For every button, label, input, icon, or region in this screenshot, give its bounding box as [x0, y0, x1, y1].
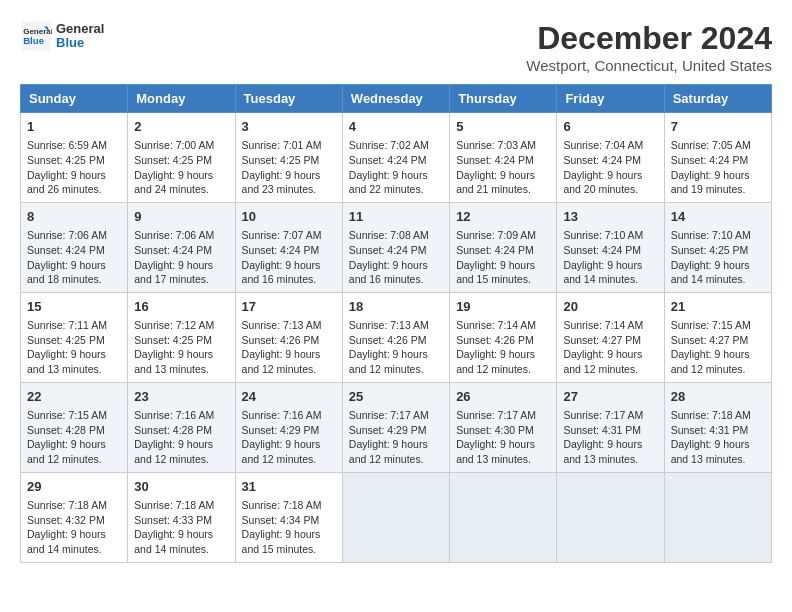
calendar-day-cell: 22Sunrise: 7:15 AMSunset: 4:28 PMDayligh…: [21, 382, 128, 472]
header-saturday: Saturday: [664, 85, 771, 113]
daylight-hours: Daylight: 9 hours and 12 minutes.: [134, 438, 213, 465]
sunrise-time: Sunrise: 7:18 AM: [27, 499, 107, 511]
day-number: 6: [563, 118, 657, 136]
day-number: 11: [349, 208, 443, 226]
calendar-day-cell: 14Sunrise: 7:10 AMSunset: 4:25 PMDayligh…: [664, 202, 771, 292]
day-number: 28: [671, 388, 765, 406]
daylight-hours: Daylight: 9 hours and 17 minutes.: [134, 259, 213, 286]
sunset-time: Sunset: 4:25 PM: [671, 244, 749, 256]
logo: General Blue General Blue: [20, 20, 104, 52]
day-number: 24: [242, 388, 336, 406]
sunrise-time: Sunrise: 7:06 AM: [134, 229, 214, 241]
daylight-hours: Daylight: 9 hours and 12 minutes.: [242, 438, 321, 465]
sunset-time: Sunset: 4:31 PM: [563, 424, 641, 436]
sunset-time: Sunset: 4:24 PM: [456, 154, 534, 166]
sunset-time: Sunset: 4:29 PM: [349, 424, 427, 436]
calendar-day-cell: 21Sunrise: 7:15 AMSunset: 4:27 PMDayligh…: [664, 292, 771, 382]
sunset-time: Sunset: 4:24 PM: [563, 154, 641, 166]
calendar-day-cell: 17Sunrise: 7:13 AMSunset: 4:26 PMDayligh…: [235, 292, 342, 382]
calendar-day-cell: 11Sunrise: 7:08 AMSunset: 4:24 PMDayligh…: [342, 202, 449, 292]
daylight-hours: Daylight: 9 hours and 18 minutes.: [27, 259, 106, 286]
sunset-time: Sunset: 4:25 PM: [27, 154, 105, 166]
location-subtitle: Westport, Connecticut, United States: [526, 57, 772, 74]
sunrise-time: Sunrise: 7:11 AM: [27, 319, 107, 331]
logo-text-blue: Blue: [56, 36, 104, 50]
sunset-time: Sunset: 4:24 PM: [671, 154, 749, 166]
day-number: 31: [242, 478, 336, 496]
daylight-hours: Daylight: 9 hours and 21 minutes.: [456, 169, 535, 196]
calendar-header-row: Sunday Monday Tuesday Wednesday Thursday…: [21, 85, 772, 113]
sunrise-time: Sunrise: 7:17 AM: [349, 409, 429, 421]
sunrise-time: Sunrise: 7:17 AM: [456, 409, 536, 421]
sunrise-time: Sunrise: 7:13 AM: [349, 319, 429, 331]
sunset-time: Sunset: 4:24 PM: [349, 244, 427, 256]
day-number: 18: [349, 298, 443, 316]
sunset-time: Sunset: 4:30 PM: [456, 424, 534, 436]
calendar-day-cell: 10Sunrise: 7:07 AMSunset: 4:24 PMDayligh…: [235, 202, 342, 292]
svg-text:Blue: Blue: [23, 35, 44, 46]
sunrise-time: Sunrise: 7:13 AM: [242, 319, 322, 331]
daylight-hours: Daylight: 9 hours and 13 minutes.: [27, 348, 106, 375]
sunset-time: Sunset: 4:24 PM: [27, 244, 105, 256]
day-number: 25: [349, 388, 443, 406]
calendar-day-cell: 27Sunrise: 7:17 AMSunset: 4:31 PMDayligh…: [557, 382, 664, 472]
calendar-day-cell: 8Sunrise: 7:06 AMSunset: 4:24 PMDaylight…: [21, 202, 128, 292]
sunset-time: Sunset: 4:28 PM: [27, 424, 105, 436]
sunrise-time: Sunrise: 7:05 AM: [671, 139, 751, 151]
daylight-hours: Daylight: 9 hours and 13 minutes.: [134, 348, 213, 375]
calendar-day-cell: 19Sunrise: 7:14 AMSunset: 4:26 PMDayligh…: [450, 292, 557, 382]
daylight-hours: Daylight: 9 hours and 20 minutes.: [563, 169, 642, 196]
day-number: 16: [134, 298, 228, 316]
sunrise-time: Sunrise: 7:02 AM: [349, 139, 429, 151]
sunset-time: Sunset: 4:26 PM: [349, 334, 427, 346]
day-number: 23: [134, 388, 228, 406]
day-number: 8: [27, 208, 121, 226]
sunset-time: Sunset: 4:27 PM: [563, 334, 641, 346]
daylight-hours: Daylight: 9 hours and 26 minutes.: [27, 169, 106, 196]
calendar-day-cell: 24Sunrise: 7:16 AMSunset: 4:29 PMDayligh…: [235, 382, 342, 472]
day-number: 26: [456, 388, 550, 406]
empty-cell: [557, 472, 664, 562]
sunset-time: Sunset: 4:31 PM: [671, 424, 749, 436]
daylight-hours: Daylight: 9 hours and 24 minutes.: [134, 169, 213, 196]
daylight-hours: Daylight: 9 hours and 12 minutes.: [456, 348, 535, 375]
sunset-time: Sunset: 4:26 PM: [242, 334, 320, 346]
calendar-day-cell: 4Sunrise: 7:02 AMSunset: 4:24 PMDaylight…: [342, 113, 449, 203]
sunrise-time: Sunrise: 7:16 AM: [134, 409, 214, 421]
calendar-day-cell: 6Sunrise: 7:04 AMSunset: 4:24 PMDaylight…: [557, 113, 664, 203]
calendar-week-row: 8Sunrise: 7:06 AMSunset: 4:24 PMDaylight…: [21, 202, 772, 292]
calendar-day-cell: 26Sunrise: 7:17 AMSunset: 4:30 PMDayligh…: [450, 382, 557, 472]
daylight-hours: Daylight: 9 hours and 22 minutes.: [349, 169, 428, 196]
sunset-time: Sunset: 4:24 PM: [563, 244, 641, 256]
sunrise-time: Sunrise: 7:17 AM: [563, 409, 643, 421]
sunrise-time: Sunrise: 7:15 AM: [671, 319, 751, 331]
daylight-hours: Daylight: 9 hours and 16 minutes.: [242, 259, 321, 286]
day-number: 21: [671, 298, 765, 316]
daylight-hours: Daylight: 9 hours and 15 minutes.: [456, 259, 535, 286]
calendar-day-cell: 28Sunrise: 7:18 AMSunset: 4:31 PMDayligh…: [664, 382, 771, 472]
calendar-day-cell: 3Sunrise: 7:01 AMSunset: 4:25 PMDaylight…: [235, 113, 342, 203]
day-number: 12: [456, 208, 550, 226]
empty-cell: [450, 472, 557, 562]
sunrise-time: Sunrise: 7:14 AM: [563, 319, 643, 331]
calendar-day-cell: 31Sunrise: 7:18 AMSunset: 4:34 PMDayligh…: [235, 472, 342, 562]
daylight-hours: Daylight: 9 hours and 19 minutes.: [671, 169, 750, 196]
sunrise-time: Sunrise: 7:14 AM: [456, 319, 536, 331]
daylight-hours: Daylight: 9 hours and 12 minutes.: [671, 348, 750, 375]
sunset-time: Sunset: 4:33 PM: [134, 514, 212, 526]
daylight-hours: Daylight: 9 hours and 12 minutes.: [349, 348, 428, 375]
daylight-hours: Daylight: 9 hours and 14 minutes.: [671, 259, 750, 286]
sunset-time: Sunset: 4:25 PM: [134, 154, 212, 166]
calendar-week-row: 29Sunrise: 7:18 AMSunset: 4:32 PMDayligh…: [21, 472, 772, 562]
daylight-hours: Daylight: 9 hours and 14 minutes.: [134, 528, 213, 555]
daylight-hours: Daylight: 9 hours and 15 minutes.: [242, 528, 321, 555]
daylight-hours: Daylight: 9 hours and 13 minutes.: [456, 438, 535, 465]
page-header: General Blue General Blue December 2024 …: [20, 20, 772, 74]
daylight-hours: Daylight: 9 hours and 23 minutes.: [242, 169, 321, 196]
title-block: December 2024 Westport, Connecticut, Uni…: [526, 20, 772, 74]
calendar-week-row: 15Sunrise: 7:11 AMSunset: 4:25 PMDayligh…: [21, 292, 772, 382]
day-number: 2: [134, 118, 228, 136]
month-title: December 2024: [526, 20, 772, 57]
header-sunday: Sunday: [21, 85, 128, 113]
sunset-time: Sunset: 4:34 PM: [242, 514, 320, 526]
